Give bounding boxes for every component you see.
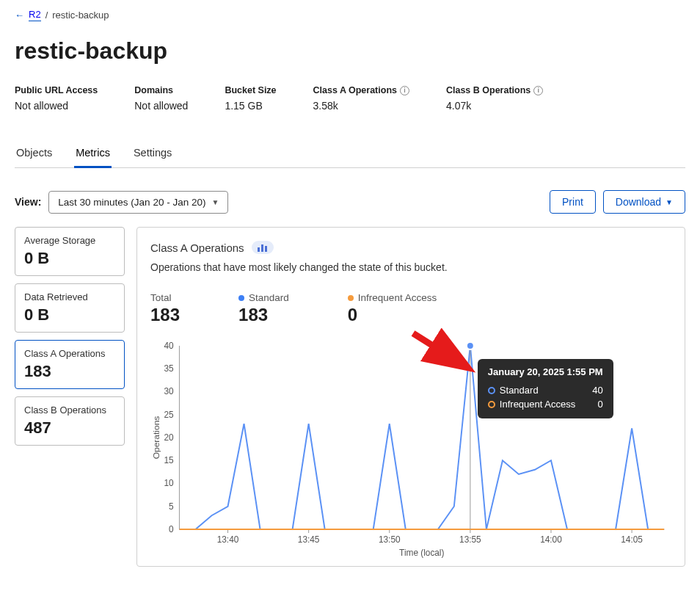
svg-point-29	[467, 342, 474, 349]
svg-text:13:55: 13:55	[459, 534, 481, 545]
chart-panel: Class A Operations Operations that have …	[136, 227, 685, 567]
stat-card-average-storage[interactable]: Average Storage 0 B	[15, 227, 125, 276]
svg-text:5: 5	[169, 501, 174, 512]
breadcrumb-root-link[interactable]: R2	[29, 9, 41, 21]
chart-title: Class A Operations	[150, 242, 244, 254]
svg-text:20: 20	[164, 432, 174, 443]
svg-text:0: 0	[169, 524, 174, 534]
summary-class-a: Class A Operationsi 3.58k	[313, 85, 409, 112]
svg-rect-0	[258, 247, 260, 252]
svg-rect-1	[261, 244, 263, 252]
stat-card-class-b[interactable]: Class B Operations 487	[15, 396, 125, 446]
tabs: Objects Metrics Settings	[15, 141, 685, 168]
svg-text:13:40: 13:40	[217, 534, 239, 545]
dot-icon	[348, 295, 354, 301]
svg-text:Operations: Operations	[151, 416, 161, 460]
download-button[interactable]: Download ▼	[603, 190, 685, 214]
print-button[interactable]: Print	[550, 190, 596, 214]
page-title: restic-backup	[15, 37, 685, 65]
svg-text:13:45: 13:45	[298, 534, 320, 545]
legend-infrequent: Infrequent Access 0	[348, 292, 437, 325]
legend-total: Total 183	[150, 292, 180, 325]
svg-text:10: 10	[164, 478, 174, 488]
back-arrow-icon[interactable]: ←	[15, 10, 24, 21]
chart-area[interactable]: 051015202530354013:4013:4513:5013:5514:0…	[150, 338, 671, 559]
stat-cards: Average Storage 0 B Data Retrieved 0 B C…	[15, 227, 125, 446]
breadcrumb: ← R2 / restic-backup	[15, 9, 685, 21]
svg-text:14:05: 14:05	[621, 534, 643, 545]
summary-bucket-size: Bucket Size 1.15 GB	[225, 85, 276, 112]
view-label: View:	[15, 196, 41, 208]
legend-standard: Standard 183	[238, 292, 289, 325]
info-icon[interactable]: i	[400, 86, 409, 95]
breadcrumb-current: restic-backup	[52, 10, 109, 21]
tab-metrics[interactable]: Metrics	[74, 141, 112, 167]
view-range-dropdown[interactable]: Last 30 minutes (Jan 20 - Jan 20) ▼	[48, 191, 228, 214]
chart-legend: Total 183 Standard 183 Infrequent Access…	[150, 292, 671, 325]
caret-down-icon: ▼	[666, 198, 673, 206]
tab-settings[interactable]: Settings	[132, 141, 173, 167]
svg-text:25: 25	[164, 410, 174, 420]
svg-text:40: 40	[164, 341, 174, 351]
caret-down-icon: ▼	[211, 198, 219, 206]
summary-public-url: Public URL Access Not allowed	[15, 85, 98, 112]
summary-class-b: Class B Operationsi 4.07k	[446, 85, 543, 112]
summary-row: Public URL Access Not allowed Domains No…	[15, 85, 685, 112]
line-chart[interactable]: 051015202530354013:4013:4513:5013:5514:0…	[150, 338, 671, 559]
info-icon[interactable]: i	[533, 86, 543, 95]
stat-card-data-retrieved[interactable]: Data Retrieved 0 B	[15, 283, 125, 333]
controls-row: View: Last 30 minutes (Jan 20 - Jan 20) …	[15, 190, 685, 214]
svg-text:30: 30	[164, 386, 174, 396]
chart-type-chip-icon[interactable]	[252, 241, 274, 254]
svg-rect-2	[265, 246, 267, 252]
dot-icon	[238, 295, 244, 301]
breadcrumb-separator: /	[45, 10, 48, 21]
svg-text:14:00: 14:00	[540, 534, 562, 545]
svg-text:Time (local): Time (local)	[399, 548, 444, 558]
chart-subtitle: Operations that have most likely changed…	[150, 261, 671, 273]
tab-objects[interactable]: Objects	[15, 141, 54, 167]
svg-text:15: 15	[164, 455, 174, 465]
summary-domains: Domains Not allowed	[134, 85, 188, 112]
stat-card-class-a[interactable]: Class A Operations 183	[15, 340, 125, 389]
svg-text:13:50: 13:50	[379, 534, 401, 545]
svg-text:35: 35	[164, 363, 174, 374]
